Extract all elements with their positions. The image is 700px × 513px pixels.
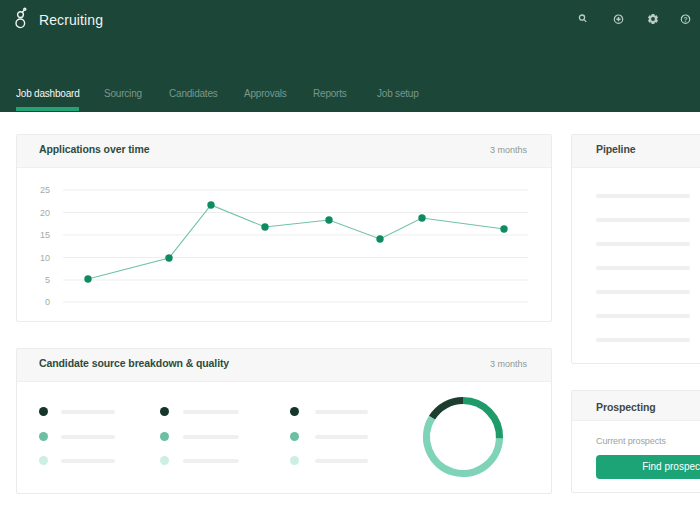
svg-text:15: 15 — [40, 230, 50, 240]
svg-text:25: 25 — [40, 185, 50, 195]
svg-text:20: 20 — [40, 208, 50, 218]
svg-text:0: 0 — [45, 297, 50, 307]
svg-text:?: ? — [684, 16, 688, 23]
svg-text:5: 5 — [45, 275, 50, 285]
svg-text:10: 10 — [40, 253, 50, 263]
